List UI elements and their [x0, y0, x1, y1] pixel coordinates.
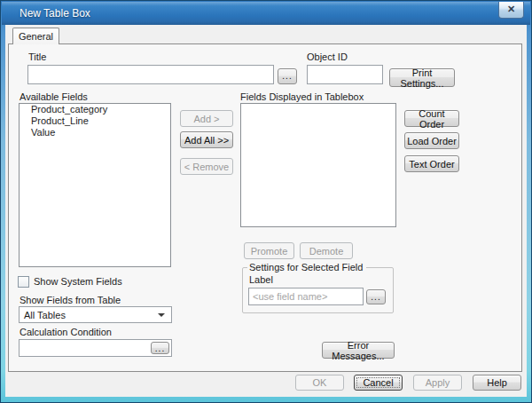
- print-settings-button[interactable]: Print Settings...: [389, 68, 455, 87]
- demote-button[interactable]: Demote: [300, 242, 353, 259]
- text-order-button[interactable]: Text Order: [404, 155, 459, 172]
- error-messages-button[interactable]: Error Messages...: [322, 342, 395, 359]
- displayed-fields-list[interactable]: [240, 103, 396, 227]
- table-select[interactable]: All Tables: [19, 306, 172, 323]
- dialog-window: New Table Box ✕ General Title ... Object…: [0, 0, 532, 403]
- object-id-label: Object ID: [307, 51, 348, 62]
- window-title: New Table Box: [20, 7, 90, 20]
- add-button[interactable]: Add >: [180, 110, 233, 127]
- load-order-button[interactable]: Load Order: [404, 132, 459, 149]
- tab-general[interactable]: General: [12, 28, 59, 44]
- field-label-caption: Label: [249, 274, 273, 285]
- titlebar: New Table Box: [2, 2, 530, 25]
- title-browse-button[interactable]: ...: [278, 68, 297, 84]
- add-all-button[interactable]: Add All >>: [180, 131, 233, 148]
- field-label-browse-button[interactable]: ...: [366, 289, 386, 304]
- chevron-down-icon: [158, 313, 165, 317]
- object-id-input[interactable]: [307, 65, 383, 84]
- title-input[interactable]: [27, 65, 274, 84]
- field-label-input[interactable]: [248, 288, 364, 305]
- table-select-value: All Tables: [24, 310, 66, 320]
- list-item[interactable]: Value: [20, 127, 170, 138]
- cancel-button[interactable]: Cancel: [354, 375, 403, 391]
- ok-button[interactable]: OK: [295, 375, 344, 391]
- list-item[interactable]: Product_category: [20, 104, 170, 115]
- show-fields-from-table-label: Show Fields from Table: [20, 295, 121, 305]
- list-item[interactable]: Product_Line: [20, 115, 170, 127]
- help-button[interactable]: Help: [473, 375, 521, 391]
- close-button[interactable]: ✕: [498, 2, 524, 19]
- calculation-condition-input[interactable]: ...: [19, 339, 172, 357]
- remove-button[interactable]: < Remove: [180, 158, 233, 175]
- show-system-fields-checkbox[interactable]: [18, 276, 29, 288]
- close-icon: ✕: [507, 4, 515, 14]
- settings-group-title: Settings for Selected Field: [247, 262, 366, 273]
- calculation-condition-browse-button[interactable]: ...: [151, 342, 169, 354]
- available-fields-list[interactable]: Product_category Product_Line Value: [19, 103, 171, 267]
- available-fields-label: Available Fields: [20, 91, 88, 102]
- count-order-button[interactable]: Count Order: [404, 110, 459, 127]
- promote-button[interactable]: Promote: [244, 242, 294, 259]
- apply-button[interactable]: Apply: [413, 375, 462, 391]
- show-system-fields-label: Show System Fields: [34, 276, 122, 287]
- displayed-fields-label: Fields Displayed in Tablebox: [240, 91, 364, 102]
- calculation-condition-label: Calculation Condition: [20, 327, 112, 337]
- title-label: Title: [28, 51, 46, 62]
